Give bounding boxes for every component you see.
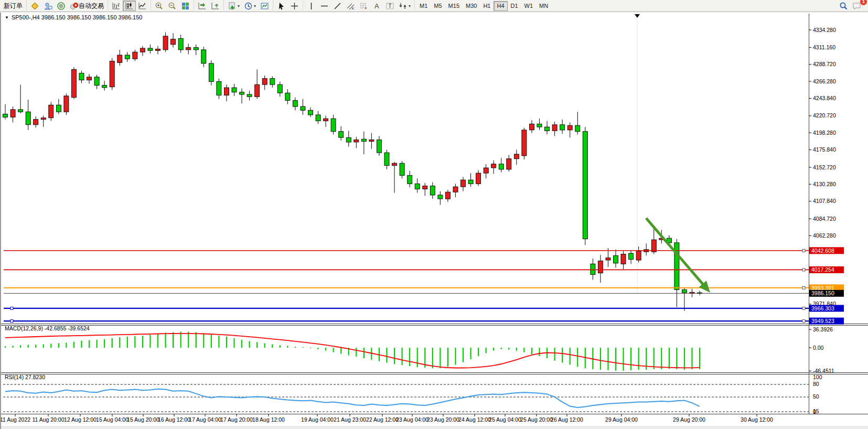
timeframe-m30[interactable]: M30	[463, 1, 480, 11]
svg-text:T: T	[389, 3, 392, 9]
svg-text:4198.280: 4198.280	[813, 130, 836, 136]
bar-chart-button[interactable]	[110, 1, 123, 11]
text-button[interactable]: A	[370, 1, 383, 11]
svg-text:4062.280: 4062.280	[813, 232, 836, 239]
svg-text:16 Aug 12:00: 16 Aug 12:00	[158, 416, 190, 423]
svg-text:23 Aug 04:00: 23 Aug 04:00	[396, 416, 428, 423]
crosshair-button[interactable]	[288, 1, 301, 11]
svg-text:21 Aug 23:00: 21 Aug 23:00	[334, 416, 366, 423]
cursor-button[interactable]	[275, 1, 288, 11]
chart-canvas[interactable]: 4334.2804311.1604288.7204266.2804243.840…	[1, 13, 868, 429]
svg-text:4107.840: 4107.840	[813, 198, 836, 204]
notifications-button[interactable]: 1	[850, 1, 864, 11]
svg-text:25 Aug 20:00: 25 Aug 20:00	[520, 416, 553, 423]
trading-terminal: 新订单 自动交易	[0, 0, 868, 429]
fibonacci-button[interactable]: F	[357, 1, 370, 11]
channel-button[interactable]: E	[344, 1, 357, 11]
svg-text:4042.608: 4042.608	[811, 248, 834, 254]
timeframe-m15[interactable]: M15	[445, 1, 463, 11]
candlestick-chart-button[interactable]	[123, 1, 136, 11]
svg-text:F: F	[365, 7, 367, 10]
svg-text:17 Aug 20:00: 17 Aug 20:00	[220, 416, 253, 423]
timeframe-m1[interactable]: M1	[416, 1, 431, 11]
dropdown-caret-icon: ▾	[238, 4, 240, 8]
svg-text:15 Aug 20:00: 15 Aug 20:00	[127, 416, 159, 423]
chart-title: ▼SP500-,H4 3986.150 3986.150 3986.150 39…	[5, 14, 142, 20]
chart-shift-button[interactable]	[209, 1, 222, 11]
svg-text:3966.303: 3966.303	[811, 305, 834, 312]
chart-title-text: SP500-,H4 3986.150 3986.150 3986.150 398…	[12, 14, 143, 20]
svg-text:18 Aug 12:00: 18 Aug 12:00	[252, 416, 285, 423]
svg-text:17 Aug 04:00: 17 Aug 04:00	[189, 416, 221, 423]
zoom-out-button[interactable]	[166, 1, 179, 11]
dropdown-caret-icon: ▾	[409, 4, 411, 8]
svg-text:12 Aug 12:00: 12 Aug 12:00	[64, 416, 97, 423]
template-button[interactable]	[258, 1, 271, 11]
horizontal-line-button[interactable]	[318, 1, 331, 11]
gold-seal-icon[interactable]	[28, 1, 41, 11]
new-order-button[interactable]: 新订单	[2, 1, 25, 11]
auto-trading-label: 自动交易	[79, 2, 104, 10]
timeframe-mn[interactable]: MN	[536, 1, 551, 11]
svg-text:15 Aug 04:00: 15 Aug 04:00	[96, 416, 128, 423]
new-order-label: 新订单	[4, 2, 23, 10]
timeframe-h4[interactable]: H4	[494, 1, 507, 11]
timeframe-d1[interactable]: D1	[508, 1, 521, 11]
svg-text:80: 80	[813, 381, 819, 387]
autotrading-button[interactable]: 自动交易	[68, 1, 106, 11]
svg-text:50: 50	[813, 393, 819, 400]
svg-text:4175.840: 4175.840	[813, 146, 836, 153]
svg-text:11 Aug 2022: 11 Aug 2022	[1, 416, 30, 423]
trendline-button[interactable]	[331, 1, 344, 11]
svg-text:3949.523: 3949.523	[811, 318, 834, 324]
svg-text:23 Aug 20:00: 23 Aug 20:00	[427, 416, 459, 423]
text-label-button[interactable]: T	[383, 1, 397, 11]
svg-text:11 Aug 20:00: 11 Aug 20:00	[32, 416, 64, 423]
zoom-in-button[interactable]	[153, 1, 166, 11]
dropdown-caret-icon: ▾	[254, 4, 256, 8]
svg-text:4288.720: 4288.720	[813, 61, 836, 67]
auto-scroll-button[interactable]	[196, 1, 209, 11]
svg-text:24 Aug 12:00: 24 Aug 12:00	[458, 416, 491, 423]
add-indicator-button[interactable]: ▾	[226, 1, 242, 11]
toolbar: 新订单 自动交易	[0, 0, 868, 12]
line-chart-button[interactable]	[136, 1, 149, 11]
svg-text:3986.150: 3986.150	[811, 290, 834, 296]
timeframe-m5[interactable]: M5	[431, 1, 445, 11]
notification-badge: 1	[860, 0, 867, 5]
timeframe-switcher: M1M5M15M30H1H4D1W1MN	[415, 0, 553, 12]
search-button[interactable]	[837, 1, 850, 11]
vertical-line-button[interactable]	[305, 1, 318, 11]
signals-icon[interactable]	[55, 1, 68, 11]
periods-button[interactable]: ▾	[242, 1, 258, 11]
svg-text:4311.160: 4311.160	[813, 44, 835, 50]
shapes-button[interactable]: ▾	[397, 1, 413, 11]
svg-text:4220.720: 4220.720	[813, 112, 836, 119]
macd-indicator-label: MACD(12,26,9) -42.6855 -39.6524	[5, 325, 90, 331]
timeframe-h1[interactable]: H1	[480, 1, 494, 11]
svg-text:25 Aug 04:00: 25 Aug 04:00	[489, 416, 521, 423]
svg-text:36.3926: 36.3926	[813, 326, 833, 333]
svg-text:-46.4511: -46.4511	[813, 368, 834, 374]
svg-text:19 Aug 04:00: 19 Aug 04:00	[301, 416, 334, 423]
svg-text:A: A	[374, 2, 379, 10]
tile-windows-button[interactable]	[179, 1, 192, 11]
svg-text:4152.720: 4152.720	[813, 164, 836, 170]
svg-text:100: 100	[813, 374, 822, 380]
trade-account-icon[interactable]	[41, 1, 55, 11]
svg-text:29 Aug 04:00: 29 Aug 04:00	[605, 416, 638, 423]
timeframe-w1[interactable]: W1	[521, 1, 537, 11]
svg-text:22 Aug 12:00: 22 Aug 12:00	[366, 416, 399, 423]
svg-text:0.00: 0.00	[813, 345, 824, 351]
svg-text:4243.840: 4243.840	[813, 95, 836, 101]
svg-text:0: 0	[813, 409, 816, 415]
svg-text:E: E	[352, 7, 354, 10]
svg-text:30 Aug 12:00: 30 Aug 12:00	[741, 416, 773, 423]
svg-text:26 Aug 12:00: 26 Aug 12:00	[551, 416, 583, 423]
svg-text:29 Aug 20:00: 29 Aug 20:00	[673, 416, 705, 423]
svg-text:4130.280: 4130.280	[813, 181, 836, 187]
autotrading-icon	[70, 2, 79, 10]
search-icon	[839, 2, 848, 10]
chart-window: 4334.2804311.1604288.7204266.2804243.840…	[0, 13, 868, 429]
chart-menu-arrow-icon[interactable]: ▼	[5, 15, 9, 20]
